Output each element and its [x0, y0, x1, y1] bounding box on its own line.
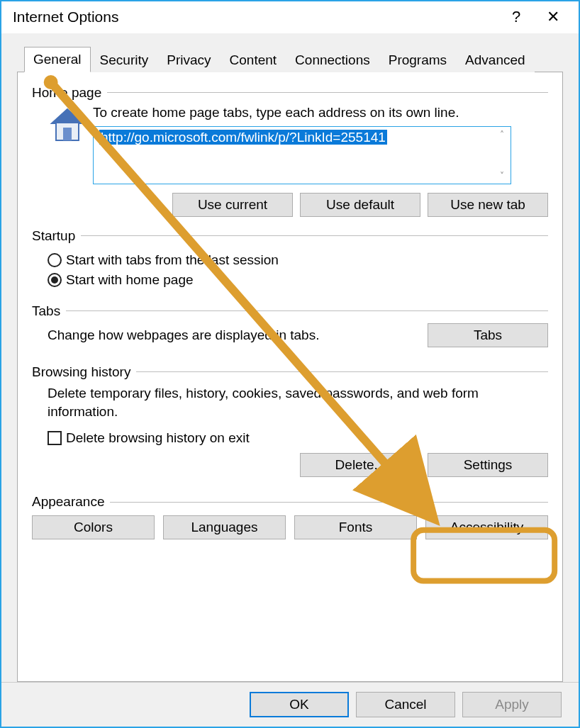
appearance-group: Appearance Colors Languages Fonts Access…	[32, 494, 548, 539]
help-icon: ?	[512, 8, 520, 26]
group-divider	[107, 92, 548, 93]
accessibility-button[interactable]: Accessibility	[425, 515, 548, 539]
home-page-group: Home page To create home p	[32, 85, 548, 220]
scroll-up-icon[interactable]: ˄	[496, 128, 508, 141]
close-icon: ✕	[547, 8, 559, 26]
close-button[interactable]: ✕	[535, 3, 571, 31]
startup-option-last-session-label: Start with tabs from the last session	[66, 252, 279, 268]
internet-options-window: Internet Options ? ✕ General Security Pr…	[0, 0, 580, 728]
tab-content[interactable]: Content	[221, 47, 286, 72]
fonts-button[interactable]: Fonts	[294, 515, 417, 539]
tab-strip: General Security Privacy Content Connect…	[17, 46, 563, 72]
startup-option-home-page[interactable]: Start with home page	[48, 272, 548, 288]
tab-advanced[interactable]: Advanced	[456, 47, 535, 72]
tabs-label: Tabs	[32, 303, 66, 319]
home-page-address: http://go.microsoft.com/fwlink/p/?LinkId…	[99, 130, 387, 145]
radio-icon	[48, 253, 62, 267]
tabs-description: Change how webpages are displayed in tab…	[48, 326, 319, 345]
tab-connections[interactable]: Connections	[286, 47, 379, 72]
browsing-history-description: Delete temporary files, history, cookies…	[48, 384, 548, 420]
group-divider	[110, 502, 548, 503]
tab-general[interactable]: General	[24, 47, 91, 72]
group-divider	[66, 310, 548, 311]
delete-button[interactable]: Delete...	[300, 453, 420, 477]
home-icon	[48, 105, 87, 145]
startup-option-home-page-label: Start with home page	[66, 272, 194, 288]
ok-button[interactable]: OK	[250, 692, 349, 717]
startup-option-last-session[interactable]: Start with tabs from the last session	[48, 252, 548, 268]
use-current-button[interactable]: Use current	[172, 193, 293, 217]
colors-button[interactable]: Colors	[32, 515, 155, 539]
appearance-label: Appearance	[32, 494, 110, 510]
svg-rect-2	[63, 128, 72, 140]
tab-security[interactable]: Security	[91, 47, 158, 72]
tab-privacy[interactable]: Privacy	[157, 47, 220, 72]
tab-programs[interactable]: Programs	[379, 47, 456, 72]
home-page-instruction: To create home page tabs, type each addr…	[93, 105, 548, 121]
delete-on-exit-label: Delete browsing history on exit	[66, 430, 250, 446]
cancel-button[interactable]: Cancel	[356, 692, 455, 717]
browsing-history-label: Browsing history	[32, 364, 136, 380]
content-area: General Security Privacy Content Connect…	[1, 33, 579, 682]
tabs-group: Tabs Change how webpages are displayed i…	[32, 303, 548, 350]
languages-button[interactable]: Languages	[163, 515, 286, 539]
group-divider	[81, 235, 548, 236]
settings-button[interactable]: Settings	[428, 453, 548, 477]
home-page-label: Home page	[32, 85, 107, 101]
window-title: Internet Options	[13, 9, 498, 26]
dialog-footer: OK Cancel Apply	[1, 682, 579, 727]
help-button[interactable]: ?	[498, 3, 535, 31]
tabs-button[interactable]: Tabs	[428, 323, 548, 347]
titlebar: Internet Options ? ✕	[1, 1, 579, 33]
startup-label: Startup	[32, 228, 81, 244]
startup-group: Startup Start with tabs from the last se…	[32, 228, 548, 295]
group-divider	[136, 371, 548, 372]
home-page-address-box[interactable]: http://go.microsoft.com/fwlink/p/?LinkId…	[93, 126, 511, 184]
browsing-history-group: Browsing history Delete temporary files,…	[32, 364, 548, 480]
delete-on-exit-checkbox[interactable]: Delete browsing history on exit	[48, 430, 548, 446]
checkbox-icon	[48, 431, 62, 445]
radio-icon	[48, 273, 62, 287]
svg-marker-1	[52, 109, 83, 123]
apply-button[interactable]: Apply	[462, 692, 562, 717]
general-panel: Home page To create home p	[17, 72, 563, 682]
use-new-tab-button[interactable]: Use new tab	[428, 193, 548, 217]
use-default-button[interactable]: Use default	[300, 193, 420, 217]
scroll-down-icon[interactable]: ˅	[496, 169, 508, 182]
